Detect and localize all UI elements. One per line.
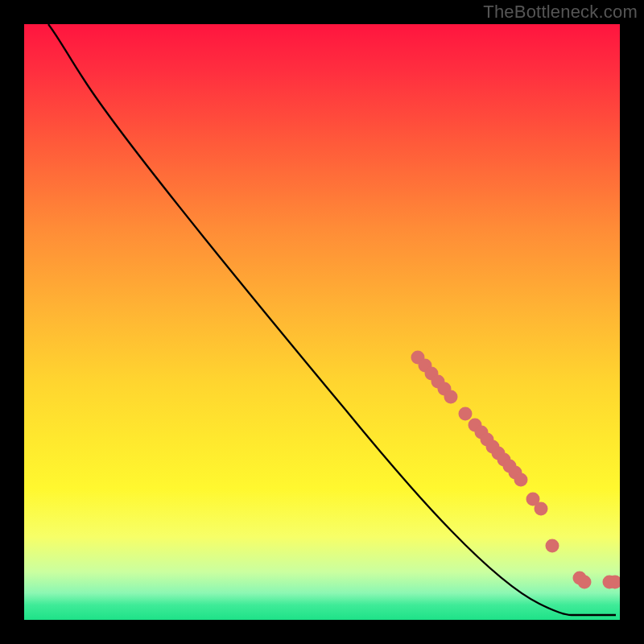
data-marker — [535, 502, 548, 516]
marker-group — [411, 351, 621, 589]
plot-area — [24, 24, 620, 620]
watermark-text: TheBottleneck.com — [483, 2, 638, 23]
bottleneck-curve — [48, 24, 616, 615]
data-marker — [546, 539, 559, 553]
data-marker — [578, 576, 592, 589]
data-marker — [459, 407, 473, 421]
plot-svg — [24, 24, 620, 620]
chart-frame: TheBottleneck.com — [0, 0, 644, 644]
data-marker — [514, 473, 528, 487]
data-marker — [444, 390, 458, 404]
